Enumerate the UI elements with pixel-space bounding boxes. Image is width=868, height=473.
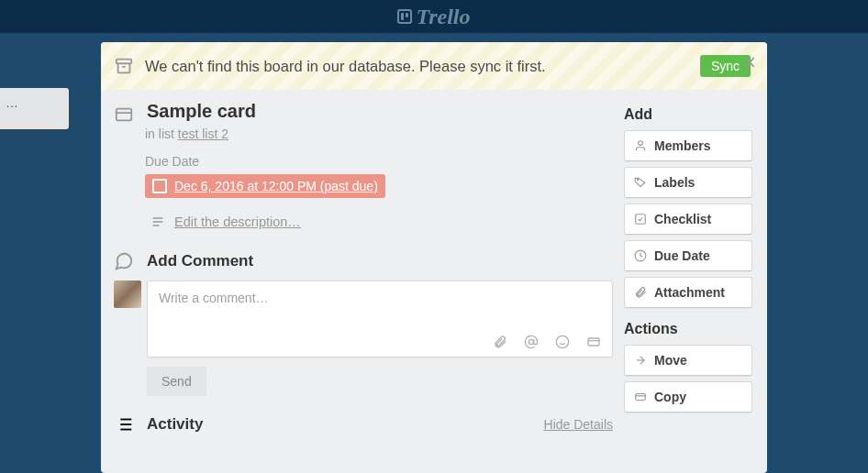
description-icon — [150, 214, 165, 229]
checklist-icon — [634, 213, 647, 226]
comment-box — [147, 280, 613, 358]
due-date-text: Dec 6, 2016 at 12:00 PM (past due) — [174, 179, 378, 193]
user-avatar[interactable] — [114, 280, 141, 308]
comment-input[interactable] — [148, 281, 612, 329]
copy-icon — [634, 390, 647, 403]
topbar: Trello — [0, 0, 868, 33]
svg-point-19 — [639, 141, 643, 146]
add-heading: Add — [624, 106, 752, 123]
add-comment-heading: Add Comment — [114, 251, 613, 271]
attachment-icon[interactable] — [493, 335, 507, 349]
close-button[interactable]: × — [743, 51, 756, 73]
actions-heading: Actions — [624, 321, 752, 337]
card-modal: We can't find this board in our database… — [101, 42, 767, 473]
card-icon — [114, 104, 134, 125]
card-attach-icon[interactable] — [586, 335, 601, 349]
activity-icon — [114, 414, 134, 434]
due-date-label: Due Date — [145, 154, 613, 169]
svg-point-7 — [529, 339, 533, 344]
card-title[interactable]: Sample card — [147, 101, 256, 122]
svg-point-20 — [638, 180, 639, 181]
svg-point-8 — [556, 336, 568, 347]
clock-icon — [634, 249, 647, 262]
svg-rect-24 — [636, 394, 646, 401]
emoji-icon[interactable] — [555, 335, 570, 349]
checklist-button[interactable]: Checklist — [624, 204, 752, 235]
move-button[interactable]: Move — [624, 345, 752, 376]
send-button[interactable]: Send — [147, 367, 206, 396]
main-column: Sample card in list test list 2 Due Date… — [114, 101, 613, 434]
trello-logo[interactable]: Trello — [397, 5, 470, 29]
members-button[interactable]: Members — [624, 130, 752, 161]
tag-icon — [634, 176, 647, 189]
trello-logo-icon — [397, 9, 412, 24]
svg-rect-2 — [117, 109, 132, 121]
sync-banner: We can't find this board in our database… — [101, 42, 767, 90]
sidebar: Add Members Labels Checklist Due Date At… — [624, 101, 752, 434]
labels-button[interactable]: Labels — [624, 167, 752, 198]
due-date-badge[interactable]: Dec 6, 2016 at 12:00 PM (past due) — [145, 174, 385, 198]
due-date-button[interactable]: Due Date — [624, 240, 752, 271]
comment-toolbar — [148, 329, 612, 357]
svg-rect-11 — [588, 338, 599, 346]
list-link[interactable]: test list 2 — [178, 126, 228, 141]
person-icon — [634, 139, 647, 152]
in-list-text: in list test list 2 — [145, 126, 613, 141]
hide-details-link[interactable]: Hide Details — [544, 417, 613, 432]
trello-logo-text: Trello — [416, 5, 470, 29]
edit-description-button[interactable]: Edit the description… — [150, 214, 613, 229]
comment-icon — [114, 251, 134, 271]
mention-icon[interactable] — [524, 335, 539, 349]
arrow-right-icon — [634, 354, 647, 367]
svg-rect-21 — [636, 214, 646, 225]
svg-rect-0 — [117, 60, 132, 64]
activity-heading: Activity Hide Details — [114, 414, 613, 434]
copy-button[interactable]: Copy — [624, 381, 752, 412]
paperclip-icon — [634, 286, 647, 299]
list-stub: … — [0, 88, 69, 129]
due-checkbox[interactable] — [152, 179, 167, 193]
banner-message: We can't find this board in our database… — [145, 58, 689, 75]
archive-icon — [114, 56, 134, 76]
attachment-button[interactable]: Attachment — [624, 277, 752, 308]
